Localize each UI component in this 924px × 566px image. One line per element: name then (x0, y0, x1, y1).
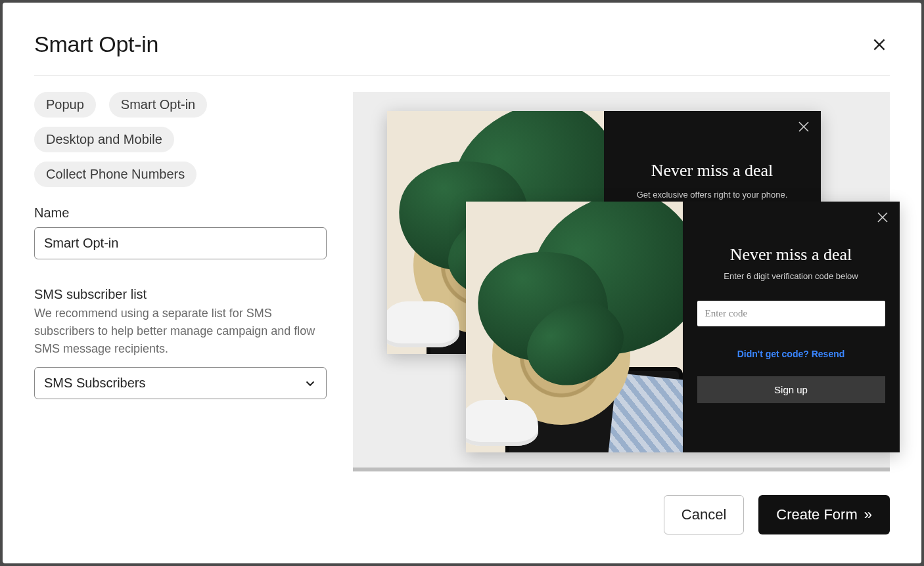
modal-title: Smart Opt-in (34, 32, 158, 57)
resend-link[interactable]: Didn't get code? Resend (737, 349, 845, 359)
sms-help-text: We recommend using a separate list for S… (34, 305, 327, 358)
preview-front-heading: Never miss a deal (730, 245, 852, 265)
sms-heading: SMS subscriber list (34, 287, 327, 302)
modal-footer: Cancel Create Form » (34, 471, 890, 534)
cancel-button[interactable]: Cancel (664, 495, 744, 534)
pill-smart-optin: Smart Opt-in (109, 92, 207, 118)
name-field-group: Name (34, 206, 327, 259)
pill-platform: Desktop and Mobile (34, 127, 174, 152)
sms-list-select[interactable]: SMS Subscribers (34, 367, 327, 399)
sms-section: SMS subscriber list We recommend using a… (34, 287, 327, 399)
preview-image-front (466, 202, 683, 452)
modal-body: Popup Smart Opt-in Desktop and Mobile Co… (34, 92, 890, 471)
modal-header: Smart Opt-in (34, 32, 890, 76)
preview-back-heading: Never miss a deal (651, 161, 774, 181)
chevron-right-icon: » (864, 506, 872, 523)
name-label: Name (34, 206, 327, 221)
preview-back-sub: Get exclusive offers right to your phone… (637, 190, 788, 200)
name-input[interactable] (34, 227, 327, 259)
close-icon (796, 119, 812, 135)
tag-pills: Popup Smart Opt-in Desktop and Mobile Co… (34, 92, 327, 187)
close-icon (875, 209, 890, 225)
modal: Smart Opt-in Popup Smart Opt-in Desktop … (3, 3, 921, 563)
verification-code-input[interactable] (697, 301, 885, 326)
preview-back-close-button[interactable] (796, 119, 812, 135)
preview-front-close-button[interactable] (875, 209, 890, 225)
signup-button[interactable]: Sign up (697, 376, 885, 403)
sms-select-wrap: SMS Subscribers (34, 367, 327, 399)
preview-front-sub: Enter 6 digit verification code below (724, 271, 858, 281)
preview-stack: Never miss a deal Get exclusive offers r… (369, 111, 875, 452)
close-button[interactable] (869, 34, 890, 55)
create-form-button[interactable]: Create Form » (758, 495, 890, 534)
create-form-label: Create Form (776, 506, 857, 523)
preview-pane: Never miss a deal Get exclusive offers r… (353, 92, 890, 471)
close-icon (871, 36, 888, 53)
config-pane: Popup Smart Opt-in Desktop and Mobile Co… (34, 92, 327, 471)
preview-card-front: Never miss a deal Enter 6 digit verifica… (466, 202, 900, 452)
pill-popup: Popup (34, 92, 96, 118)
pill-collect: Collect Phone Numbers (34, 162, 196, 187)
preview-front-content: Never miss a deal Enter 6 digit verifica… (683, 202, 900, 452)
